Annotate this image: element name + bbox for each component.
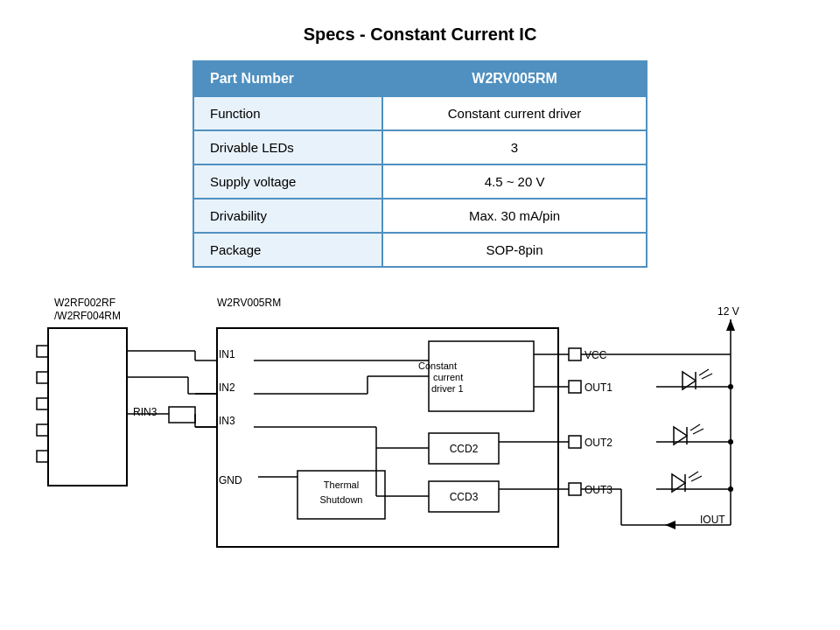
label-out1: OUT1 (584, 382, 612, 394)
label-out2: OUT2 (584, 437, 612, 449)
specs-table: Part Number W2RV005RM Function Constant … (192, 60, 648, 268)
thermal-label2: Shutdown (320, 494, 363, 505)
row-label-voltage: Supply voltage (193, 164, 382, 199)
row-value-drivability: Max. 30 mA/pin (382, 199, 647, 233)
ccd1-label3: driver 1 (431, 383, 464, 394)
table-row: Drivable LEDs 3 (193, 130, 647, 164)
label-rm: /W2RF004RM (54, 310, 121, 322)
pin-left-2 (37, 372, 48, 383)
led3-ray1 (689, 472, 698, 478)
row-value-leds: 3 (382, 130, 647, 164)
arrow-down-icon (726, 319, 735, 331)
pin-out3 (569, 483, 581, 495)
row-label-leds: Drivable LEDs (193, 130, 382, 164)
pin-left-4 (37, 424, 48, 436)
led2-ray1 (690, 424, 700, 430)
label-rf: W2RF002RF (54, 297, 116, 309)
rin3-box (169, 407, 195, 423)
label-vcc: VCC (584, 349, 607, 361)
header-value: W2RV005RM (382, 61, 647, 96)
pin-out2 (569, 436, 581, 448)
led3-ray2 (691, 476, 702, 481)
pin-vcc (569, 348, 581, 360)
left-ic-box (48, 328, 127, 486)
label-in2: IN2 (219, 382, 235, 394)
junction-dot-3 (728, 486, 733, 492)
pin-left-3 (37, 398, 48, 410)
row-label-package: Package (193, 233, 382, 267)
row-value-voltage: 4.5 ~ 20 V (382, 164, 647, 199)
table-row: Function Constant current driver (193, 96, 647, 130)
pin-left-1 (37, 346, 48, 357)
junction-dot-1 (728, 384, 733, 389)
table-header-row: Part Number W2RV005RM (193, 61, 647, 96)
circuit-diagram: W2RF002RF /W2RF004RM W2RV005RM RIN3 IN1 … (0, 289, 840, 560)
ccd2-label: CCD2 (450, 443, 479, 455)
led1-ray2 (702, 374, 712, 379)
specs-table-container: Part Number W2RV005RM Function Constant … (0, 60, 840, 268)
label-ic: W2RV005RM (217, 297, 281, 309)
led1-ray1 (699, 369, 709, 375)
pin-out1 (569, 381, 581, 393)
label-rin3: RIN3 (133, 406, 158, 418)
led2-ray2 (693, 429, 704, 434)
table-row: Supply voltage 4.5 ~ 20 V (193, 164, 647, 199)
label-in3: IN3 (219, 415, 235, 427)
label-in1: IN1 (219, 348, 235, 360)
ccd1-label2: current (433, 372, 463, 382)
thermal-label1: Thermal (324, 480, 359, 490)
label-gnd: GND (219, 474, 242, 486)
label-iout: IOUT (700, 514, 725, 526)
pin-left-5 (37, 451, 48, 462)
iout-arrow-icon (665, 521, 676, 529)
row-label-function: Function (193, 96, 382, 130)
label-12v: 12 V (718, 305, 739, 318)
table-row: Package SOP-8pin (193, 233, 647, 267)
label-out3: OUT3 (584, 484, 612, 496)
page-title: Specs - Constant Current IC (0, 0, 840, 60)
ccd3-label: CCD3 (450, 491, 479, 503)
row-label-drivability: Drivability (193, 199, 382, 233)
header-part-number: Part Number (193, 61, 382, 96)
junction-dot-2 (728, 439, 733, 444)
table-row: Drivability Max. 30 mA/pin (193, 199, 647, 233)
ccd1-label-line1: Constant (418, 360, 457, 371)
row-value-function: Constant current driver (382, 96, 647, 130)
row-value-package: SOP-8pin (382, 233, 647, 267)
